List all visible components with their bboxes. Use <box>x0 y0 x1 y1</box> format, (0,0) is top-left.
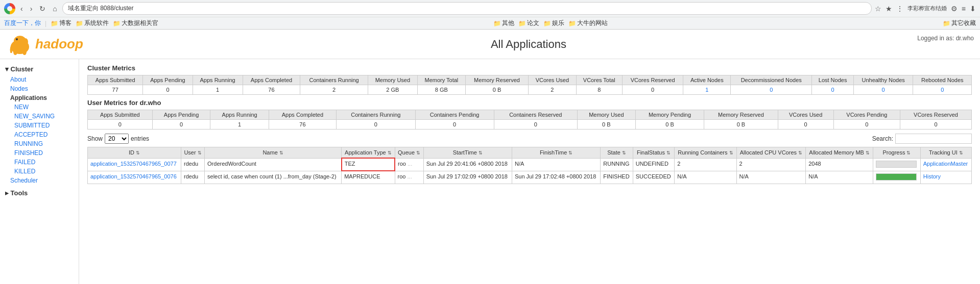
table-cell: roo ... <box>395 158 423 171</box>
sidebar-item-submitted[interactable]: SUBMITTED <box>0 121 79 130</box>
app-id-link[interactable]: application_1532570467965_0077 <box>90 161 177 167</box>
table-cell: OrderedWordCount <box>205 158 342 171</box>
table-cell: rdedu <box>181 171 205 184</box>
main-content: Cluster Metrics Apps SubmittedApps Pendi… <box>79 59 980 284</box>
search-label: Search: <box>872 135 893 142</box>
app-table-header-10[interactable]: Allocated CPU VCores ⇅ <box>736 147 806 159</box>
table-cell <box>873 171 921 184</box>
reload-button[interactable]: ↻ <box>37 4 47 14</box>
bookmark-bigdata[interactable]: 📁 大数据相关官 <box>113 19 158 28</box>
app-table-header-5[interactable]: StartTime ⇅ <box>423 147 512 159</box>
applications-table: ID ⇅User ⇅Name ⇅Application Type ⇅Queue … <box>87 147 972 184</box>
table-cell: Sun Jul 29 20:41:06 +0800 2018 <box>423 158 512 171</box>
app-table-header-8[interactable]: FinalStatus ⇅ <box>633 147 674 159</box>
forward-button[interactable]: › <box>28 4 35 14</box>
table-row: application_1532570467965_0076rdeduselec… <box>88 171 972 184</box>
sidebar-item-nodes[interactable]: Nodes <box>0 84 79 93</box>
table-cell: application_1532570467965_0077 <box>88 158 181 171</box>
star-icon[interactable]: ☆ <box>875 5 881 13</box>
sidebar-item-failed[interactable]: FAILED <box>0 158 79 167</box>
search-box: Search: <box>872 134 972 144</box>
app-container: ▾ Cluster About Nodes Applications NEW N… <box>0 59 980 284</box>
more-icon[interactable]: ⋮ <box>896 5 903 13</box>
address-text: 域名重定向 8088/cluster <box>68 4 866 13</box>
table-cell: FINISHED <box>601 171 633 184</box>
table-cell: SUCCEEDED <box>633 171 674 184</box>
home-button[interactable]: ⌂ <box>51 4 59 14</box>
sidebar-item-about[interactable]: About <box>0 75 79 84</box>
bookmark-blog[interactable]: 📁 博客 <box>51 19 71 28</box>
table-cell <box>873 158 921 171</box>
user-account[interactable]: 李彩桦宣布结婚 <box>907 5 947 12</box>
app-table-header-4[interactable]: Queue ⇅ <box>395 147 423 159</box>
download-icon[interactable]: ⬇ <box>970 5 976 13</box>
app-table-header-1[interactable]: User ⇅ <box>181 147 205 159</box>
table-cell: TEZ <box>342 158 395 171</box>
svg-point-3 <box>22 49 27 55</box>
table-cell: application_1532570467965_0076 <box>88 171 181 184</box>
sidebar-item-new[interactable]: NEW <box>0 102 79 112</box>
user-metrics-table: Apps SubmittedApps PendingApps RunningAp… <box>87 110 972 130</box>
tracking-link[interactable]: ApplicationMaster <box>923 161 968 167</box>
bookmark-entertainment[interactable]: 📁 娱乐 <box>543 19 564 28</box>
table-controls: Show 20 50 100 entries Search: <box>87 134 972 144</box>
show-entries-control: Show 20 50 100 entries <box>87 134 149 144</box>
app-table-header-6[interactable]: FinishTime ⇅ <box>512 147 600 159</box>
bookmark-others-collection[interactable]: 📁 其它收藏 <box>943 19 976 28</box>
sidebar: ▾ Cluster About Nodes Applications NEW N… <box>0 59 79 284</box>
table-cell: 2 <box>736 158 806 171</box>
sidebar-cluster-header[interactable]: ▾ Cluster <box>0 63 79 75</box>
browser-chrome: ‹ › ↻ ⌂ 域名重定向 8088/cluster ☆ ★ ⋮ 李彩桦宣布结婚… <box>0 0 980 30</box>
svg-point-4 <box>16 38 18 40</box>
sidebar-item-running[interactable]: RUNNING <box>0 139 79 148</box>
table-cell: 2048 <box>806 158 873 171</box>
app-table-header-11[interactable]: Allocated Memory MB ⇅ <box>806 147 873 159</box>
cluster-metrics-title: Cluster Metrics <box>87 64 972 72</box>
sidebar-cluster-section: ▾ Cluster About Nodes Applications NEW N… <box>0 63 79 185</box>
table-cell: roo ... <box>395 171 423 184</box>
browser-action-icons: ☆ ★ ⋮ 李彩桦宣布结婚 ⚙ ≡ ⬇ <box>875 5 976 13</box>
sidebar-item-accepted[interactable]: ACCEPTED <box>0 130 79 139</box>
bookmarks-bar: 百度一下，你 | 📁 博客 📁 系统软件 📁 大数据相关官 📁 其他 📁 论文 … <box>0 17 980 29</box>
bookmark-baidu[interactable]: 百度一下，你 <box>4 19 41 28</box>
entries-label: entries <box>131 135 149 142</box>
sidebar-tools-header[interactable]: ▸ Tools <box>0 187 79 199</box>
tracking-link[interactable]: History <box>923 173 941 179</box>
app-table-header-9[interactable]: Running Containers ⇅ <box>675 147 736 159</box>
table-cell: History <box>920 171 971 184</box>
back-button[interactable]: ‹ <box>18 4 25 14</box>
sidebar-applications-label: Applications <box>0 93 79 102</box>
sidebar-item-new-saving[interactable]: NEW_SAVING <box>0 112 79 121</box>
table-cell: RUNNING <box>601 158 633 171</box>
app-table-header-12[interactable]: Progress ⇅ <box>873 147 921 159</box>
table-row: application_1532570467965_0077rdeduOrder… <box>88 158 972 171</box>
elephant-icon <box>6 33 34 56</box>
app-table-header-7[interactable]: State ⇅ <box>601 147 633 159</box>
address-bar[interactable]: 域名重定向 8088/cluster <box>62 2 872 15</box>
show-select[interactable]: 20 50 100 <box>105 134 129 144</box>
app-id-link[interactable]: application_1532570467965_0076 <box>90 173 177 179</box>
sidebar-item-killed[interactable]: KILLED <box>0 167 79 176</box>
bookmark-system[interactable]: 📁 系统软件 <box>76 19 109 28</box>
page-title: All Applications <box>83 38 974 51</box>
browser-logo-icon <box>4 3 15 14</box>
table-cell: N/A <box>806 171 873 184</box>
bookmark-masters[interactable]: 📁 大牛的网站 <box>568 19 608 28</box>
sidebar-item-scheduler[interactable]: Scheduler <box>0 176 79 185</box>
app-table-header-2[interactable]: Name ⇅ <box>205 147 342 159</box>
table-cell: N/A <box>675 171 736 184</box>
table-cell: MAPREDUCE <box>342 171 395 184</box>
search-input[interactable] <box>895 134 972 144</box>
sidebar-tools-section: ▸ Tools <box>0 187 79 199</box>
extensions-icon[interactable]: ⚙ <box>951 5 958 13</box>
progress-bar <box>876 173 917 180</box>
sidebar-item-finished[interactable]: FINISHED <box>0 148 79 158</box>
bookmark-icon[interactable]: ★ <box>886 5 892 13</box>
app-table-header-13[interactable]: Tracking UI ⇅ <box>920 147 971 159</box>
app-table-header-0[interactable]: ID ⇅ <box>88 147 181 159</box>
app-table-header-3[interactable]: Application Type ⇅ <box>342 147 395 159</box>
bookmark-other[interactable]: 📁 其他 <box>493 19 514 28</box>
table-cell: N/A <box>512 158 600 171</box>
bookmark-papers[interactable]: 📁 论文 <box>518 19 539 28</box>
menu-icon[interactable]: ≡ <box>962 5 966 13</box>
